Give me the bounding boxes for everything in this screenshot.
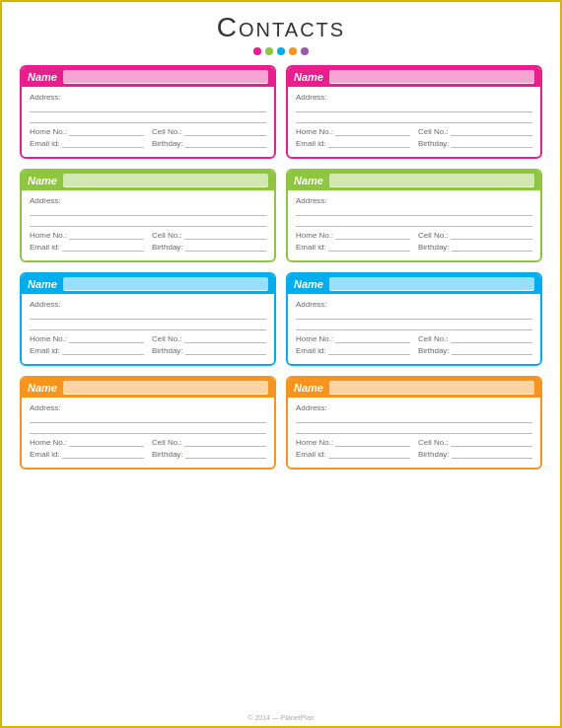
card-2-phone-row: Home No.: Cell No.: [296, 127, 532, 136]
card-7-birthday-field: Birthday: [152, 450, 266, 459]
card-2-cell-input[interactable] [451, 127, 532, 136]
card-3-cell-input[interactable] [184, 231, 266, 240]
card-2-name-label: Name [294, 71, 323, 83]
card-5-home-input[interactable] [69, 334, 144, 343]
card-3-address-label: Address: [30, 196, 61, 205]
card-7-home-label: Home No.: [30, 438, 67, 447]
card-4-address-line1[interactable] [296, 207, 532, 216]
card-6-name-input[interactable] [329, 277, 534, 291]
card-5-address-section: Address: [30, 299, 266, 330]
card-7-cell-input[interactable] [184, 438, 266, 447]
card-8-birthday-label: Birthday: [418, 450, 450, 459]
card-4-email-input[interactable] [328, 243, 410, 252]
contact-card-5: Name Address: Home No.: Cell No.: [20, 272, 276, 366]
card-2-birthday-field: Birthday: [418, 139, 532, 148]
card-3-address-line2[interactable] [30, 218, 266, 227]
card-7-extra-row: Email id: Birthday: [30, 450, 266, 459]
contact-card-6: Name Address: Home No.: Cell No.: [286, 272, 542, 366]
card-8-cell-input[interactable] [451, 438, 532, 447]
card-7-cell-field: Cell No.: [152, 438, 266, 447]
card-1-email-field: Email id: [30, 139, 144, 148]
card-4-cell-input[interactable] [451, 231, 532, 240]
card-5-birthday-input[interactable] [185, 346, 266, 355]
card-1-address-line2[interactable] [30, 114, 266, 123]
card-2-home-input[interactable] [335, 127, 410, 136]
card-3-email-input[interactable] [62, 243, 144, 252]
card-7-address-line2[interactable] [30, 425, 266, 434]
card-1-address-line1[interactable] [30, 104, 266, 112]
cards-grid: Name Address: Home No.: Cell No.: [20, 65, 542, 470]
card-1-cell-input[interactable] [184, 127, 266, 136]
card-3-cell-field: Cell No.: [152, 231, 266, 240]
card-1-birthday-input[interactable] [185, 139, 266, 148]
card-7-name-input[interactable] [63, 381, 268, 395]
card-8-home-input[interactable] [335, 438, 410, 447]
card-5-email-input[interactable] [62, 346, 144, 355]
card-5-address-label: Address: [30, 300, 61, 309]
card-6-address-line2[interactable] [296, 322, 532, 330]
card-7-birthday-input[interactable] [185, 450, 266, 459]
card-6-home-input[interactable] [335, 334, 410, 343]
card-1-home-input[interactable] [69, 127, 144, 136]
card-4-birthday-label: Birthday: [418, 243, 450, 252]
card-6-header: Name [288, 274, 540, 294]
card-5-address-line2[interactable] [30, 322, 266, 330]
card-6-extra-row: Email id: Birthday: [296, 346, 532, 355]
card-3-name-input[interactable] [63, 174, 268, 187]
card-2-address-section: Address: [296, 92, 532, 123]
card-2-birthday-input[interactable] [452, 139, 532, 148]
card-1-birthday-field: Birthday: [152, 139, 266, 148]
card-5-name-input[interactable] [63, 277, 268, 291]
card-1-birthday-label: Birthday: [152, 139, 183, 148]
card-5-body: Address: Home No.: Cell No.: [22, 294, 274, 364]
card-7-home-input[interactable] [69, 438, 144, 447]
card-4-home-label: Home No.: [296, 231, 333, 240]
card-2-name-input[interactable] [329, 70, 534, 84]
card-5-cell-input[interactable] [184, 334, 266, 343]
card-3-birthday-input[interactable] [185, 243, 266, 252]
contact-card-1: Name Address: Home No.: Cell No.: [20, 65, 276, 159]
dot-orange [289, 47, 297, 55]
card-6-name-label: Name [294, 278, 323, 290]
card-6-email-input[interactable] [328, 346, 410, 355]
card-2-address-line1[interactable] [296, 104, 532, 112]
card-1-home-label: Home No.: [30, 127, 67, 136]
card-1-name-input[interactable] [63, 70, 268, 84]
card-3-home-label: Home No.: [30, 231, 67, 240]
card-2-home-label: Home No.: [296, 127, 333, 136]
card-3-home-input[interactable] [69, 231, 144, 240]
card-5-address-line1[interactable] [30, 311, 266, 320]
card-4-address-line2[interactable] [296, 218, 532, 227]
card-7-address-line1[interactable] [30, 414, 266, 423]
card-8-address-line1[interactable] [296, 414, 532, 423]
card-1-email-label: Email id: [30, 139, 60, 148]
card-5-extra-row: Email id: Birthday: [30, 346, 266, 355]
card-3-address-line1[interactable] [30, 207, 266, 216]
card-8-body: Address: Home No.: Cell No.: [288, 398, 540, 468]
contact-card-2: Name Address: Home No.: Cell No.: [286, 65, 542, 159]
card-1-email-input[interactable] [62, 139, 144, 148]
card-2-home-field: Home No.: [296, 127, 410, 136]
card-2-header: Name [288, 67, 540, 87]
card-6-address-section: Address: [296, 299, 532, 330]
card-2-address-line2[interactable] [296, 114, 532, 123]
card-1-cell-label: Cell No.: [152, 127, 182, 136]
card-4-extra-row: Email id: Birthday: [296, 243, 532, 252]
card-4-name-input[interactable] [329, 174, 534, 187]
card-6-cell-input[interactable] [451, 334, 532, 343]
card-4-phone-row: Home No.: Cell No.: [296, 231, 532, 240]
card-8-birthday-input[interactable] [452, 450, 532, 459]
card-6-birthday-input[interactable] [452, 346, 532, 355]
card-4-birthday-input[interactable] [452, 243, 532, 252]
card-4-home-input[interactable] [335, 231, 410, 240]
card-2-extra-row: Email id: Birthday: [296, 139, 532, 148]
card-8-email-input[interactable] [328, 450, 410, 459]
card-2-email-input[interactable] [328, 139, 410, 148]
card-2-cell-label: Cell No.: [418, 127, 449, 136]
card-8-name-input[interactable] [329, 381, 534, 395]
card-8-address-line2[interactable] [296, 425, 532, 434]
card-5-email-label: Email id: [30, 346, 60, 355]
contact-card-3: Name Address: Home No.: Cell No.: [20, 169, 276, 262]
card-7-email-input[interactable] [62, 450, 144, 459]
card-6-address-line1[interactable] [296, 311, 532, 320]
